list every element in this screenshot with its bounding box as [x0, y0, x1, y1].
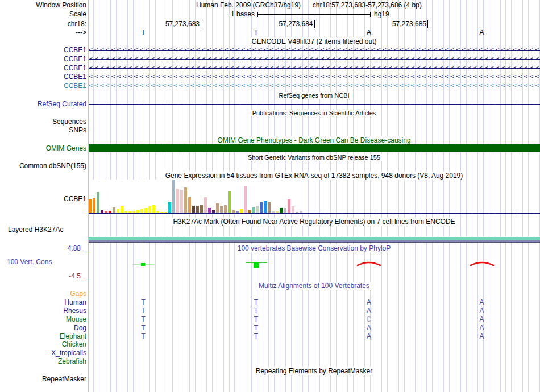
strand-chevrons: <<<<<<<<<<<<<<<<<<<<<<<<<<<<<<<<<<<<<<<<…: [89, 81, 540, 90]
gtex-bar[interactable]: [184, 187, 187, 213]
gtex-bar[interactable]: [148, 206, 151, 213]
species-label[interactable]: Human: [64, 298, 86, 306]
gtex-bar[interactable]: [228, 191, 231, 213]
species-label[interactable]: X_tropicalis: [51, 349, 86, 357]
gtex-bar[interactable]: [152, 205, 155, 213]
gtex-bar[interactable]: [292, 206, 294, 213]
transcript-item[interactable]: <<<<<<<<<<<<<<<<<<<<<<<<<<<<<<<<<<<<<<<<…: [88, 72, 540, 81]
scale-bar: [257, 14, 371, 15]
gtex-bar[interactable]: [280, 208, 283, 213]
gtex-bar[interactable]: [176, 189, 179, 213]
multiz-track-title[interactable]: Multiz Alignments of 100 Vertebrates: [88, 282, 540, 290]
h3k27ac-track-title[interactable]: H3K27Ac Mark (Often Found Near Active Re…: [88, 218, 540, 226]
strand-chevrons: <<<<<<<<<<<<<<<<<<<<<<<<<<<<<<<<<<<<<<<<…: [89, 55, 540, 64]
gtex-bar[interactable]: [93, 198, 95, 213]
omim-gene-bar[interactable]: [88, 144, 540, 152]
species-label[interactable]: Rhesus: [63, 307, 86, 315]
gencode-track-title[interactable]: GENCODE V49lift37 (2 items filtered out): [88, 37, 540, 45]
gtex-bar[interactable]: [240, 209, 243, 213]
transcript-item[interactable]: <<<<<<<<<<<<<<<<<<<<<<<<<<<<<<<<<<<<<<<<…: [88, 81, 540, 90]
coordinate-text: 57,273,684: [279, 20, 313, 28]
gene-label[interactable]: CCBE1: [64, 46, 86, 54]
gtex-bar[interactable]: [204, 197, 207, 213]
genome-browser-image: Window Position Human Feb. 2009 (GRCh37/…: [0, 0, 540, 392]
transcript-item[interactable]: <<<<<<<<<<<<<<<<<<<<<<<<<<<<<<<<<<<<<<<<…: [88, 55, 540, 64]
coordinate-text: 57,273,683: [165, 20, 200, 28]
gtex-bar[interactable]: [252, 207, 255, 213]
gtex-bar[interactable]: [200, 205, 203, 213]
scale-bar-left-tick: [257, 12, 258, 17]
gtex-bar[interactable]: [216, 203, 219, 213]
refseq-curated-label[interactable]: RefSeq Curated: [38, 100, 86, 108]
h3k27ac-signal-dark: [88, 242, 540, 243]
range-text: chr18:57,273,683-57,273,686 (4 bp): [313, 1, 422, 9]
aligned-base: C: [367, 315, 372, 323]
gtex-bar[interactable]: [224, 205, 227, 213]
coordinate-tick: [201, 20, 201, 28]
gtex-bar[interactable]: [172, 179, 175, 213]
species-label[interactable]: Mouse: [66, 315, 86, 323]
refseq-curated-item[interactable]: [88, 104, 540, 105]
h3k27ac-label[interactable]: Layered H3K27Ac: [8, 226, 63, 233]
phylop-positive-block[interactable]: [141, 263, 145, 266]
gtex-bar[interactable]: [208, 208, 211, 213]
omim-track-title[interactable]: OMIM Gene Phenotypes - Dark Green Can Be…: [88, 136, 540, 144]
aligned-base: T: [141, 315, 145, 323]
gtex-track-title[interactable]: Gene Expression in 54 tissues from GTEx …: [88, 172, 540, 180]
species-label[interactable]: Gaps: [70, 290, 86, 298]
gtex-bar[interactable]: [244, 186, 247, 213]
gtex-bar[interactable]: [288, 199, 290, 213]
dbsnp-label[interactable]: Common dbSNP(155): [19, 162, 86, 170]
gene-label[interactable]: CCBE1: [64, 73, 86, 81]
window-position-label: Window Position: [36, 1, 86, 9]
strand-chevrons: <<<<<<<<<<<<<<<<<<<<<<<<<<<<<<<<<<<<<<<<…: [89, 45, 540, 55]
publications-sequences-label[interactable]: Sequences: [52, 118, 86, 126]
gtex-bar[interactable]: [268, 202, 271, 213]
reference-base: A: [479, 28, 484, 36]
phylop-negative-arc[interactable]: [470, 259, 495, 266]
gtex-bar[interactable]: [256, 206, 259, 213]
gtex-bar[interactable]: [260, 202, 263, 213]
omim-genes-label[interactable]: OMIM Genes: [46, 144, 86, 152]
gene-label[interactable]: CCBE1: [64, 55, 86, 63]
gtex-bar[interactable]: [89, 199, 92, 213]
gene-label[interactable]: CCBE1: [64, 82, 86, 90]
gtex-bar[interactable]: [140, 209, 143, 213]
gtex-bar[interactable]: [113, 207, 115, 213]
repeatmasker-track-title[interactable]: Repeating Elements by RepeatMasker: [88, 367, 540, 375]
species-label[interactable]: Elephant: [60, 332, 86, 340]
gtex-bar[interactable]: [284, 208, 286, 213]
gene-label[interactable]: CCBE1: [64, 64, 86, 72]
transcript-item[interactable]: <<<<<<<<<<<<<<<<<<<<<<<<<<<<<<<<<<<<<<<<…: [88, 45, 540, 55]
aligned-base: A: [479, 324, 484, 332]
publications-track-title[interactable]: Publications: Sequences in Scientific Ar…: [88, 109, 540, 117]
publications-snps-label[interactable]: SNPs: [69, 126, 86, 134]
gtex-bar[interactable]: [188, 197, 191, 213]
gtex-bar[interactable]: [144, 208, 147, 213]
aligned-base: A: [367, 307, 371, 315]
gtex-bar[interactable]: [168, 202, 171, 213]
phylop-track-title[interactable]: 100 vertebrates Basewise Conservation by…: [88, 244, 540, 252]
transcript-item[interactable]: <<<<<<<<<<<<<<<<<<<<<<<<<<<<<<<<<<<<<<<<…: [88, 64, 540, 73]
species-label[interactable]: Chicken: [62, 340, 86, 348]
gtex-bar[interactable]: [121, 206, 123, 213]
gtex-bar[interactable]: [264, 201, 267, 213]
gtex-gene-label[interactable]: CCBE1: [64, 195, 86, 203]
phylop-negative-arc[interactable]: [356, 259, 381, 266]
gtex-bar[interactable]: [180, 190, 183, 213]
species-label[interactable]: Zebrafish: [58, 357, 86, 365]
phylop-positive-block[interactable]: [254, 262, 259, 268]
assembly-text: Human Feb. 2009 (GRCh37/hg19): [196, 1, 301, 9]
gtex-bar[interactable]: [196, 206, 199, 213]
aligned-base: T: [254, 307, 258, 315]
refseq-track-title[interactable]: RefSeq genes from NCBI: [88, 91, 540, 99]
gtex-bar[interactable]: [97, 192, 99, 213]
scale-label: Scale: [69, 10, 86, 18]
gtex-bar[interactable]: [117, 209, 119, 213]
gtex-bar[interactable]: [220, 206, 223, 213]
repeatmasker-label[interactable]: RepeatMasker: [42, 375, 86, 383]
species-label[interactable]: Dog: [74, 324, 86, 332]
phylop-label[interactable]: 100 Vert. Cons: [7, 258, 52, 266]
gtex-bar[interactable]: [192, 206, 195, 213]
dbsnp-track-title[interactable]: Short Genetic Variants from dbSNP releas…: [88, 153, 540, 161]
